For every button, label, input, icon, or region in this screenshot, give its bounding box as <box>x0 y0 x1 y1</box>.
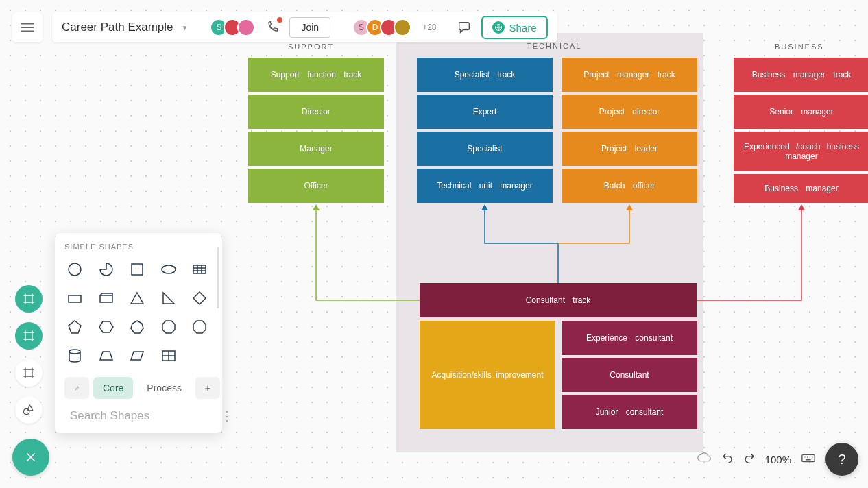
search-input[interactable] <box>70 409 215 423</box>
shape-pentagon[interactable] <box>64 317 85 337</box>
box-consultant-2[interactable]: Junior consultant <box>562 395 697 429</box>
shape-pie[interactable] <box>96 259 117 280</box>
box-acquisition[interactable]: Acquisition/skills improvement <box>420 321 555 429</box>
svg-marker-3 <box>798 204 805 210</box>
shape-triangle[interactable] <box>127 288 147 308</box>
box-project-3[interactable]: Batch officer <box>562 169 697 203</box>
col-label-support: SUPPORT <box>288 42 334 51</box>
title-bar: Career Path Example ▼ S Join S D +28 <box>52 12 557 42</box>
shapes-tool[interactable] <box>15 396 43 424</box>
box-consultant-header[interactable]: Consultant track <box>420 283 697 317</box>
svg-point-5 <box>24 408 29 414</box>
tab-process[interactable]: Process <box>137 377 191 399</box>
shape-octagon[interactable] <box>158 317 179 337</box>
notification-dot <box>277 17 282 23</box>
box-consultant-0[interactable]: Experience consultant <box>562 321 697 355</box>
box-business-0[interactable]: Business manager track <box>734 58 868 92</box>
frame-tool-2[interactable] <box>15 322 43 350</box>
box-specialist-2[interactable]: Specialist <box>417 132 553 166</box>
box-business-1[interactable]: Senior manager <box>734 95 868 129</box>
shape-square[interactable] <box>127 259 147 280</box>
diagram: SUPPORT TECHNICAL BUSINESS Support funct… <box>226 33 857 458</box>
box-business-2[interactable]: Experienced /coach business manager <box>734 132 868 171</box>
undo-icon[interactable] <box>721 452 734 467</box>
share-label: Share <box>509 22 536 34</box>
shape-rectangle[interactable] <box>64 288 85 308</box>
shapes-panel: SIMPLE SHAPES Core Process + ⋮ <box>55 233 222 433</box>
shape-table[interactable] <box>189 259 210 280</box>
close-icon <box>25 451 37 463</box>
svg-point-6 <box>69 263 81 276</box>
shape-right-triangle[interactable] <box>158 288 179 308</box>
shape-ellipse[interactable] <box>158 259 179 280</box>
col-label-technical: TECHNICAL <box>527 42 581 50</box>
shape-diamond[interactable] <box>189 288 210 308</box>
document-title[interactable]: Career Path Example <box>62 21 173 34</box>
svg-point-12 <box>69 350 80 354</box>
join-button[interactable]: Join <box>289 17 330 38</box>
globe-icon <box>492 21 505 34</box>
pin-icon <box>74 383 80 393</box>
svg-rect-11 <box>100 295 112 302</box>
box-support-3[interactable]: Officer <box>248 169 384 203</box>
zoom-level[interactable]: 100% <box>765 454 791 465</box>
title-dropdown-icon[interactable]: ▼ <box>182 24 189 32</box>
help-button[interactable]: ? <box>825 443 858 476</box>
svg-rect-15 <box>802 454 815 461</box>
col-label-business: BUSINESS <box>775 42 824 51</box>
box-project-1[interactable]: Project director <box>562 95 697 129</box>
svg-point-8 <box>162 265 176 273</box>
box-specialist-0[interactable]: Specialist track <box>417 58 553 92</box>
tab-pin[interactable] <box>64 377 89 399</box>
svg-marker-0 <box>313 204 320 210</box>
call-icon[interactable] <box>263 19 281 36</box>
avatar-overflow-count[interactable]: +28 <box>422 23 436 32</box>
svg-rect-7 <box>132 264 143 275</box>
box-specialist-1[interactable]: Expert <box>417 95 553 129</box>
tab-core[interactable]: Core <box>93 377 133 399</box>
box-support-0[interactable]: Support function track <box>248 58 384 92</box>
topbar: Career Path Example ▼ S Join S D +28 <box>12 12 557 42</box>
box-project-0[interactable]: Project manager track <box>562 58 697 92</box>
box-support-1[interactable]: Director <box>248 95 384 129</box>
shape-grid <box>64 259 213 366</box>
avatar-group-2[interactable]: S D <box>352 19 411 36</box>
shape-grid[interactable] <box>158 345 179 366</box>
panel-tabs: Core Process + <box>64 377 213 399</box>
frame-tool-1[interactable] <box>15 285 43 313</box>
search-row: ⋮ <box>64 408 213 424</box>
shape-circle[interactable] <box>64 259 85 280</box>
box-project-2[interactable]: Project leader <box>562 132 697 166</box>
frame-tool-3[interactable] <box>15 359 43 387</box>
hamburger-icon <box>20 20 35 35</box>
shape-hexagon[interactable] <box>96 317 117 337</box>
box-specialist-3[interactable]: Technical unit manager <box>417 169 553 203</box>
svg-rect-9 <box>193 265 206 273</box>
box-consultant-1[interactable]: Consultant <box>562 358 697 392</box>
comment-icon[interactable] <box>455 19 473 36</box>
panel-scrollbar[interactable] <box>217 247 219 308</box>
keyboard-icon[interactable] <box>801 450 816 468</box>
close-panel-button[interactable] <box>12 439 49 476</box>
more-icon[interactable]: ⋮ <box>221 408 233 424</box>
shape-octagon-2[interactable] <box>189 317 210 337</box>
box-business-3[interactable]: Business manager <box>734 174 868 203</box>
share-button[interactable]: Share <box>481 16 547 39</box>
tab-add[interactable]: + <box>195 377 220 399</box>
bottom-right-controls: 100% ? <box>697 443 858 476</box>
left-tool-stack <box>15 285 43 424</box>
box-support-2[interactable]: Manager <box>248 132 384 166</box>
shape-heptagon[interactable] <box>127 317 147 337</box>
redo-icon[interactable] <box>743 452 756 467</box>
shape-trapezoid[interactable] <box>96 345 117 366</box>
shape-card[interactable] <box>96 288 117 308</box>
shape-cylinder[interactable] <box>64 345 85 366</box>
panel-title: SIMPLE SHAPES <box>64 243 213 251</box>
shape-parallelogram[interactable] <box>127 345 147 366</box>
avatar-group-1[interactable]: S <box>210 19 255 36</box>
svg-rect-10 <box>69 295 81 302</box>
menu-button[interactable] <box>12 12 43 42</box>
cloud-sync-icon[interactable] <box>697 450 712 468</box>
